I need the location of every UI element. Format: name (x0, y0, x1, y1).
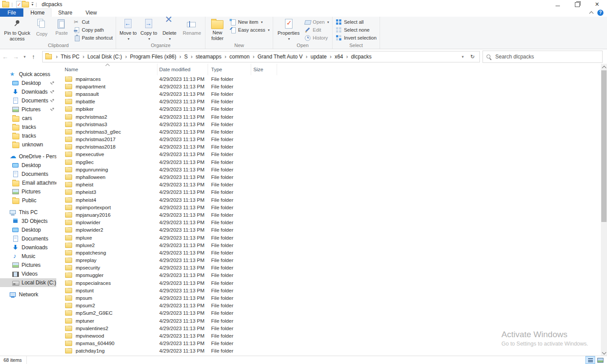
copy-button[interactable]: Copy (32, 17, 51, 42)
qat-properties-icon[interactable] (15, 1, 19, 6)
file-row[interactable]: mpchristmas3_g9ec 4/29/2023 11:13 PM Fil… (56, 128, 601, 135)
forward-button[interactable]: → (11, 53, 21, 60)
new-item-button[interactable]: New item▾ (228, 18, 271, 26)
file-row[interactable]: mpapartment 4/29/2023 11:13 PM File fold… (56, 83, 601, 90)
breadcrumb-item[interactable]: dlcpacks (343, 54, 372, 60)
select-none-button[interactable]: Select none (334, 26, 378, 34)
sidebar-item[interactable]: Documents (0, 170, 56, 178)
file-row[interactable]: mpvalentines2 4/29/2023 11:13 PM File fo… (56, 324, 601, 332)
sidebar-item[interactable]: Public (0, 196, 56, 205)
file-row[interactable]: mplowrider2 4/29/2023 11:13 PM File fold… (56, 226, 601, 234)
sidebar-item[interactable]: OneDrive - Personal (0, 152, 56, 161)
file-row[interactable]: mpheist 4/29/2023 11:13 PM File folder (56, 181, 601, 189)
sidebar-item[interactable]: Downloads (0, 87, 56, 96)
file-row[interactable]: mpsmuggler 4/29/2023 11:13 PM File folde… (56, 272, 601, 279)
tab-share[interactable]: Share (51, 8, 79, 17)
file-row[interactable]: mpSum2_G9EC 4/29/2023 11:13 PM File fold… (56, 309, 601, 317)
history-button[interactable]: History (303, 34, 331, 42)
search-input[interactable] (494, 53, 600, 60)
file-row[interactable]: mpgunrunning 4/29/2023 11:13 PM File fol… (56, 166, 601, 173)
sidebar-item[interactable]: Desktop (0, 226, 56, 234)
file-row[interactable]: mpchristmas2 4/29/2023 11:13 PM File fol… (56, 113, 601, 120)
file-row[interactable]: mpexecutive 4/29/2023 11:13 PM File fold… (56, 151, 601, 158)
file-row[interactable]: mpsum2 4/29/2023 11:13 PM File folder (56, 302, 601, 309)
file-row[interactable]: mpluxe 4/29/2023 11:13 PM File folder (56, 234, 601, 241)
column-header-date-modified[interactable]: Date modified (157, 64, 208, 75)
file-row[interactable]: mpheist3 4/29/2023 11:13 PM File folder (56, 189, 601, 196)
tab-view[interactable]: View (79, 8, 103, 17)
sidebar-item[interactable]: cars (0, 114, 56, 123)
address-dropdown-chevron-icon[interactable]: ▾ (459, 55, 466, 59)
file-row[interactable]: mpxmas_604490 4/29/2023 11:13 PM File fo… (56, 340, 601, 347)
rename-button[interactable]: Rename (180, 17, 204, 42)
file-row[interactable]: mpjanuary2016 4/29/2023 11:13 PM File fo… (56, 211, 601, 218)
file-row[interactable]: mpvinewood 4/29/2023 11:13 PM File folde… (56, 332, 601, 339)
file-row[interactable]: mpsum 4/29/2023 11:13 PM File folder (56, 294, 601, 302)
file-row[interactable]: mphalloween 4/29/2023 11:13 PM File fold… (56, 173, 601, 181)
file-row[interactable]: mpluxe2 4/29/2023 11:13 PM File folder (56, 241, 601, 249)
file-row[interactable]: mptuner 4/29/2023 11:13 PM File folder (56, 317, 601, 324)
refresh-icon[interactable]: ↻ (467, 54, 478, 60)
tab-file[interactable]: File (0, 8, 23, 17)
help-icon[interactable]: ? (597, 10, 603, 16)
file-row[interactable]: patchday1ng 4/29/2023 11:13 PM File fold… (56, 347, 601, 355)
breadcrumb-item[interactable]: Grand Theft Auto V (249, 54, 303, 60)
sidebar-item[interactable]: Videos (0, 269, 56, 278)
recent-locations-chevron-icon[interactable]: ▾ (21, 55, 28, 59)
sidebar-item[interactable]: Desktop (0, 79, 56, 87)
edit-button[interactable]: Edit (303, 26, 331, 34)
sidebar-item[interactable]: tracks (0, 131, 56, 140)
breadcrumb-item[interactable]: steamapps (188, 54, 222, 60)
invert-selection-button[interactable]: Invert selection (334, 34, 378, 42)
copy-path-button[interactable]: Copy path (72, 26, 114, 34)
sidebar-item[interactable]: Downloads (0, 243, 56, 252)
sidebar-item[interactable]: 3D Objects (0, 217, 56, 226)
file-row[interactable]: mpchristmas3 4/29/2023 11:13 PM File fol… (56, 120, 601, 128)
sidebar-item[interactable]: Pictures (0, 261, 56, 269)
sidebar-item[interactable]: Pictures (0, 187, 56, 196)
scroll-up-icon[interactable] (601, 64, 607, 70)
sidebar-item[interactable]: Documents (0, 234, 56, 243)
copy-to-button[interactable]: Copy to▾ (139, 17, 159, 42)
sidebar-item[interactable]: Quick access (0, 70, 56, 79)
paste-button[interactable]: Paste (51, 17, 72, 42)
file-row[interactable]: mpchristmas2018 4/29/2023 11:13 PM File … (56, 143, 601, 151)
large-icons-view-button[interactable] (596, 356, 605, 364)
file-row[interactable]: mpassault 4/29/2023 11:13 PM File folder (56, 90, 601, 98)
breadcrumb-item[interactable]: x64 (327, 54, 343, 60)
scrollbar-thumb[interactable] (601, 70, 607, 222)
file-row[interactable]: mpairraces 4/29/2023 11:13 PM File folde… (56, 75, 601, 83)
file-row[interactable]: mpchristmas2017 4/29/2023 11:13 PM File … (56, 136, 601, 143)
file-row[interactable]: mpbiker 4/29/2023 11:13 PM File folder (56, 106, 601, 113)
file-row[interactable]: mpstunt 4/29/2023 11:13 PM File folder (56, 287, 601, 294)
sidebar-item[interactable]: tracks (0, 123, 56, 131)
open-button[interactable]: Open▾ (303, 18, 331, 26)
scroll-down-icon[interactable] (601, 349, 607, 356)
vertical-scrollbar[interactable] (601, 64, 607, 356)
breadcrumb-item[interactable]: This PC (53, 54, 80, 60)
breadcrumb-item[interactable]: common (221, 54, 249, 60)
sidebar-item[interactable]: Documents (0, 96, 56, 105)
new-folder-button[interactable]: New folder (207, 17, 228, 42)
sidebar-item[interactable]: Pictures (0, 105, 56, 114)
file-row[interactable]: mppatchesng 4/29/2023 11:13 PM File fold… (56, 249, 601, 256)
sidebar-item[interactable]: Local Disk (C:) (0, 278, 56, 287)
sidebar-item[interactable]: Desktop (0, 161, 56, 170)
file-row[interactable]: mpbattle 4/29/2023 11:13 PM File folder (56, 98, 601, 106)
file-row[interactable]: mpheist4 4/29/2023 11:13 PM File folder (56, 196, 601, 204)
search-box[interactable] (483, 51, 603, 63)
minimize-button[interactable] (548, 0, 567, 9)
properties-button[interactable]: Properties▾ (274, 17, 303, 42)
breadcrumb-item[interactable]: Local Disk (C:) (80, 54, 122, 60)
up-button[interactable]: ↑ (28, 53, 39, 60)
file-row[interactable]: mplowrider 4/29/2023 11:13 PM File folde… (56, 219, 601, 226)
collapse-ribbon-icon[interactable] (589, 11, 594, 15)
pin-to-quick-access-button[interactable]: Pin to Quick access (2, 17, 32, 42)
breadcrumb-item[interactable]: update (303, 54, 327, 60)
sidebar-item[interactable]: Email attachments (0, 178, 56, 187)
tab-home[interactable]: Home (23, 8, 51, 17)
paste-shortcut-button[interactable]: Paste shortcut (72, 34, 114, 42)
sidebar-item[interactable]: This PC (0, 208, 56, 217)
breadcrumb-item[interactable]: Program Files (x86) (122, 54, 176, 60)
sidebar-item[interactable]: Network (0, 290, 56, 299)
